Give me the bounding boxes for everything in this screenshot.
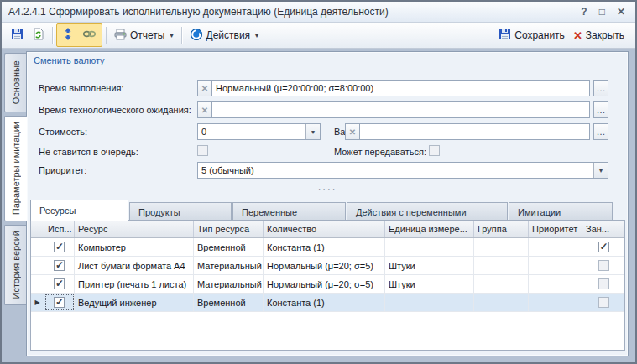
save-button[interactable] — [7, 24, 28, 46]
used-cell[interactable] — [44, 294, 75, 311]
printer-icon — [114, 29, 127, 43]
no-queue-checkbox[interactable] — [197, 145, 208, 156]
type-cell[interactable]: Материальный — [194, 257, 264, 274]
clear-icon[interactable]: ✕ — [345, 123, 360, 140]
refresh-button[interactable] — [28, 24, 49, 46]
group-cell[interactable] — [474, 238, 529, 256]
tab-variable-actions[interactable]: Действия с переменными — [347, 202, 508, 221]
header-priority[interactable]: Приоритет — [529, 221, 582, 237]
tech-wait-label: Время технологического ожидания: — [39, 105, 191, 115]
unit-cell[interactable]: Штуки — [385, 257, 474, 274]
header-busy[interactable]: Зан... — [582, 221, 624, 237]
header-quantity[interactable]: Количество — [264, 221, 385, 237]
actions-button[interactable]: Действия ▾ — [185, 24, 264, 47]
sidebar-tab-main[interactable]: Основные — [4, 53, 26, 112]
resource-cell[interactable]: Компьютер — [75, 238, 194, 256]
group-cell[interactable] — [474, 275, 529, 293]
busy-checkbox[interactable] — [598, 242, 609, 252]
execution-time-browse-button[interactable]: … — [593, 80, 608, 96]
close-dialog-button[interactable]: ✕ Закрыть — [569, 26, 629, 44]
header-used[interactable]: Исп... — [44, 221, 75, 237]
priority-cell[interactable] — [529, 257, 582, 274]
used-checkbox[interactable] — [54, 297, 65, 308]
resource-cell[interactable]: Принтер (печать 1 листа) — [75, 275, 194, 293]
quantity-cell[interactable]: Нормальный (μ=20; σ=5) — [264, 275, 385, 293]
used-cell[interactable] — [44, 275, 75, 293]
tech-wait-field: ✕ — [197, 101, 590, 118]
busy-cell[interactable] — [582, 238, 624, 256]
sidebar-tab-label: Параметры имитации — [11, 113, 21, 223]
quantity-cell[interactable]: Константа (1) — [264, 294, 385, 311]
reports-button[interactable]: Отчеты ▾ — [110, 25, 178, 46]
sidebar-tab-simulation-params[interactable]: Параметры имитации — [4, 116, 27, 221]
window-close-button[interactable]: ✕ — [617, 7, 625, 17]
clear-icon[interactable]: ✕ — [197, 80, 212, 96]
table-row[interactable]: Компьютер Временной Константа (1) — [31, 238, 624, 257]
currency-input[interactable] — [359, 123, 590, 140]
tab-variables[interactable]: Переменные — [232, 202, 346, 221]
type-cell[interactable]: Материальный — [194, 275, 264, 293]
busy-cell[interactable] — [582, 275, 624, 293]
highlighted-button-group — [56, 23, 102, 47]
tab-simulations[interactable]: Имитации — [509, 202, 613, 221]
priority-cell[interactable] — [529, 275, 582, 293]
used-checkbox[interactable] — [54, 260, 65, 271]
priority-combo[interactable]: 5 (обычный) ▾ — [197, 162, 608, 179]
busy-checkbox[interactable] — [598, 278, 609, 289]
header-resource-type[interactable]: Тип ресурса — [194, 221, 264, 237]
unit-cell[interactable] — [385, 294, 474, 311]
type-cell[interactable]: Временной — [194, 294, 264, 311]
change-currency-link[interactable]: Сменить валюту — [34, 55, 105, 65]
table-row[interactable]: Принтер (печать 1 листа) Материальный Но… — [31, 275, 624, 294]
splitter-handle[interactable]: ···· — [318, 185, 337, 194]
execution-time-label: Время выполнения: — [39, 83, 124, 93]
header-group[interactable]: Группа — [474, 221, 529, 237]
side-tab-strip: Основные Параметры имитации История верс… — [4, 53, 27, 309]
resource-cell[interactable]: Ведущий инженер — [75, 294, 194, 311]
row-indicator-cell — [31, 275, 44, 293]
quantity-cell[interactable]: Константа (1) — [264, 238, 385, 256]
busy-checkbox[interactable] — [598, 260, 609, 271]
link-button[interactable] — [78, 24, 101, 46]
busy-checkbox[interactable] — [598, 297, 609, 308]
unit-cell[interactable] — [385, 238, 474, 256]
header-resource[interactable]: Ресурс — [75, 221, 194, 237]
tab-products[interactable]: Продукты — [129, 202, 232, 221]
resource-cell[interactable]: Лист бумаги формата А4 — [75, 257, 194, 274]
dropdown-arrow-icon[interactable]: ▾ — [305, 124, 320, 139]
save-and-stay-button[interactable]: Сохранить — [494, 24, 569, 46]
used-checkbox[interactable] — [54, 278, 65, 289]
quantity-cell[interactable]: Нормальный (μ=20; σ=5) — [264, 257, 385, 274]
priority-cell[interactable] — [529, 238, 582, 256]
used-cell[interactable] — [44, 238, 75, 256]
table-row[interactable]: Лист бумаги формата А4 Материальный Норм… — [31, 257, 624, 275]
toolbar-separator — [181, 27, 182, 44]
sidebar-tab-version-history[interactable]: История версий — [4, 225, 26, 305]
unit-cell[interactable]: Штуки — [385, 275, 474, 293]
tab-resources[interactable]: Ресурсы — [30, 200, 128, 221]
cost-value: 0 — [198, 124, 305, 139]
group-cell[interactable] — [474, 294, 529, 311]
toolbar-separator — [106, 27, 107, 44]
busy-cell[interactable] — [582, 294, 624, 311]
currency-browse-button[interactable]: … — [593, 123, 608, 140]
group-cell[interactable] — [474, 257, 529, 274]
help-button[interactable]: ? — [581, 7, 587, 17]
maximize-button[interactable]: □ — [599, 7, 605, 17]
used-cell[interactable] — [44, 257, 75, 274]
priority-cell[interactable] — [529, 294, 582, 311]
header-unit[interactable]: Единица измере... — [385, 221, 474, 237]
execution-time-input[interactable]: Нормальный (μ=20:00:00; σ=8:00:00) — [211, 80, 590, 96]
used-checkbox[interactable] — [54, 242, 65, 252]
dropdown-arrow-icon[interactable]: ▾ — [593, 163, 608, 178]
tech-wait-input[interactable] — [211, 101, 590, 118]
tech-wait-browse-button[interactable]: … — [593, 101, 608, 118]
busy-cell[interactable] — [582, 257, 624, 274]
clear-icon[interactable]: ✕ — [197, 101, 212, 118]
row-indicator-arrow-icon: ▶ — [34, 299, 39, 306]
expand-collapse-button[interactable] — [58, 24, 78, 46]
table-row-selected[interactable]: ▶ Ведущий инженер Временной Константа (1… — [31, 294, 624, 312]
transferable-checkbox[interactable] — [429, 145, 440, 156]
cost-combo[interactable]: 0 ▾ — [197, 123, 321, 140]
type-cell[interactable]: Временной — [194, 238, 264, 256]
